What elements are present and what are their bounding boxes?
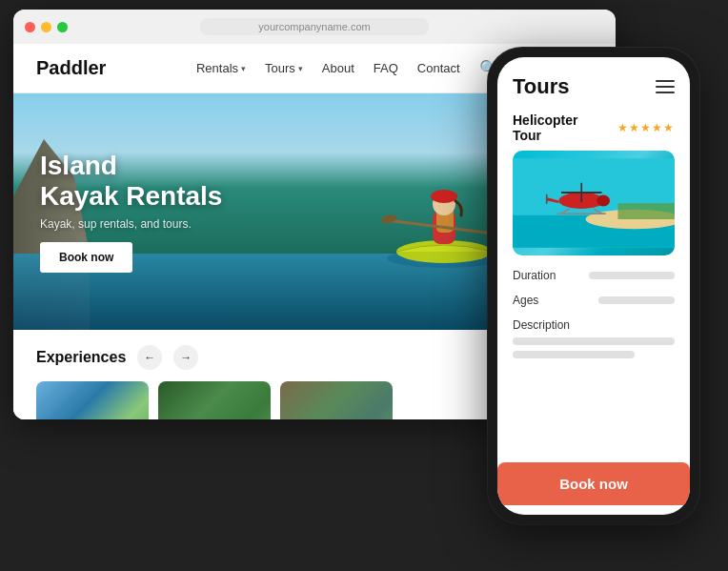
hamburger-line (656, 86, 675, 88)
description-bars (513, 337, 675, 364)
svg-point-5 (431, 190, 457, 203)
description-bar-2 (513, 351, 635, 358)
duration-field: Duration (513, 269, 675, 282)
experiences-prev-button[interactable]: ← (137, 345, 162, 370)
ages-bar (598, 296, 675, 304)
nav-link-tours[interactable]: Tours ▾ (265, 61, 303, 75)
tour-name: Helicopter Tour (513, 112, 610, 143)
phone-content: Helicopter Tour ★★★★★ (497, 109, 690, 462)
experience-card[interactable] (158, 381, 271, 419)
nav-link-rentals[interactable]: Rentals ▾ (196, 61, 246, 75)
svg-rect-12 (618, 203, 676, 219)
duration-label: Duration (513, 269, 579, 282)
mobile-phone: Tours Helicopter Tour ★★★★★ (488, 48, 699, 524)
ages-field: Ages (513, 294, 675, 307)
duration-bar (589, 272, 675, 279)
experience-card[interactable] (280, 381, 393, 419)
nav-link-contact[interactable]: Contact (417, 61, 460, 75)
phone-book-button[interactable]: Book now (497, 462, 690, 505)
experience-card[interactable] (36, 381, 149, 419)
description-field: Description (513, 318, 675, 364)
browser-dot-red[interactable] (25, 22, 35, 32)
chevron-down-icon: ▾ (241, 64, 246, 73)
svg-point-7 (380, 214, 397, 225)
hero-subtitle: Kayak, sup rentals, and tours. (40, 217, 222, 231)
hero-content: Island Kayak Rentals Kayak, sup rentals,… (40, 151, 222, 273)
site-logo: Paddler (36, 57, 106, 79)
browser-chrome: yourcompanyname.com (13, 10, 616, 44)
ages-label: Ages (513, 294, 579, 307)
hamburger-menu[interactable] (656, 80, 675, 93)
experiences-next-button[interactable]: → (173, 345, 198, 370)
browser-dot-green[interactable] (57, 22, 68, 32)
hamburger-line (656, 92, 675, 93)
browser-url-bar[interactable]: yourcompanyname.com (200, 18, 429, 35)
nav-link-about[interactable]: About (322, 61, 354, 75)
svg-point-14 (597, 195, 610, 207)
scene: yourcompanyname.com Paddler Rentals ▾ To… (0, 0, 728, 571)
nav-link-faq[interactable]: FAQ (374, 61, 398, 75)
description-bar-1 (513, 337, 675, 345)
hero-book-button[interactable]: Book now (40, 242, 132, 273)
tour-name-row: Helicopter Tour ★★★★★ (513, 112, 675, 143)
nav-links: Rentals ▾ Tours ▾ About FAQ Contact (196, 61, 460, 75)
phone-screen: Tours Helicopter Tour ★★★★★ (497, 57, 690, 515)
tour-stars: ★★★★★ (617, 121, 675, 134)
tour-image (513, 151, 675, 255)
phone-header: Tours (497, 57, 690, 109)
chevron-down-icon: ▾ (298, 64, 303, 73)
experiences-title: Experiences (36, 349, 126, 366)
hamburger-line (656, 80, 675, 82)
browser-dot-yellow[interactable] (41, 22, 51, 32)
hero-title: Island Kayak Rentals (40, 151, 222, 212)
phone-title: Tours (513, 74, 569, 99)
description-label: Description (513, 318, 579, 332)
